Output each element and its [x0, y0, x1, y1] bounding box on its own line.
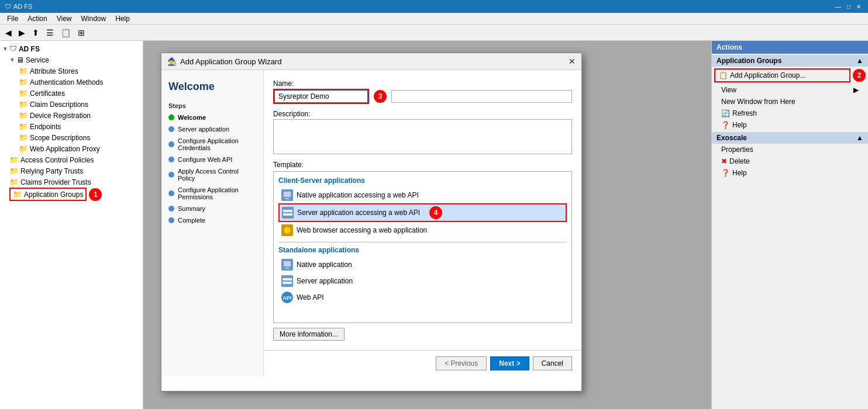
- description-textarea[interactable]: [273, 119, 572, 154]
- tree-item-access-control[interactable]: 📁 Access Control Policies: [0, 154, 143, 165]
- step-complete[interactable]: Complete: [161, 214, 263, 226]
- step-dot-webapi: [168, 157, 174, 162]
- badge-1: 1: [89, 188, 102, 201]
- step-text-creds: Configure Application Credentials: [178, 137, 256, 151]
- folder-icon: 📁: [19, 122, 28, 131]
- properties-item[interactable]: Properties: [712, 144, 868, 155]
- maximize-button[interactable]: □: [845, 4, 853, 10]
- grid-button[interactable]: ⊞: [75, 26, 88, 39]
- tree-label: Device Registration: [30, 112, 91, 120]
- previous-button[interactable]: < Previous: [436, 356, 487, 370]
- name-input[interactable]: [274, 90, 368, 103]
- properties-button[interactable]: 📋: [58, 26, 74, 39]
- add-app-group-item[interactable]: 📋 Add Application Group...: [714, 68, 850, 82]
- step-access-control[interactable]: Apply Access Control Policy: [161, 165, 263, 184]
- step-welcome[interactable]: Welcome: [161, 112, 263, 123]
- delete-label: Delete: [729, 157, 750, 165]
- badge-3: 3: [374, 90, 387, 103]
- back-button[interactable]: ◀: [2, 26, 15, 39]
- tree-item-app-groups-wrapper: 📁 Application Groups 1: [0, 188, 143, 201]
- name-extended-input[interactable]: [391, 90, 572, 103]
- show-hide-button[interactable]: ☰: [43, 26, 57, 39]
- menu-file[interactable]: File: [2, 13, 23, 24]
- help-item-1[interactable]: ❓ Help: [712, 119, 868, 131]
- folder-icon: 📁: [19, 78, 28, 86]
- help-item-2[interactable]: ❓ Help: [712, 167, 868, 179]
- name-input-box: [273, 89, 369, 104]
- actions-header: Actions: [712, 41, 868, 54]
- step-dot-summary: [168, 206, 174, 212]
- svg-point-7: [284, 227, 291, 234]
- up-button[interactable]: ⬆: [29, 26, 42, 39]
- tree-label: Relying Party Trusts: [20, 167, 83, 175]
- tree-label: Certificates: [30, 89, 65, 98]
- adfs-icon: 🛡: [9, 44, 17, 53]
- minimize-button[interactable]: —: [833, 4, 843, 10]
- step-dot-server: [168, 126, 174, 132]
- browser-icon: [281, 224, 293, 236]
- step-dot-welcome: [168, 115, 174, 120]
- tree-item-certificates[interactable]: 📁 Certificates: [0, 88, 143, 99]
- dialog-sidebar: Welcome Steps Welcome Server application: [161, 70, 264, 376]
- template-standalone-native-label: Native application: [297, 261, 352, 269]
- close-button[interactable]: ✕: [854, 4, 863, 10]
- step-app-permissions[interactable]: Configure Application Permissions: [161, 184, 263, 203]
- refresh-label: Refresh: [732, 109, 757, 117]
- dialog-close-button[interactable]: ✕: [569, 57, 576, 66]
- tree-item-app-groups[interactable]: 📁 Application Groups: [9, 188, 87, 201]
- forward-button[interactable]: ▶: [16, 26, 28, 39]
- tree-item-scope-descriptions[interactable]: 📁 Scope Descriptions: [0, 132, 143, 143]
- app-groups-section-label: Application Groups: [717, 57, 781, 65]
- template-server-app[interactable]: Server application accessing a web API 4: [278, 203, 567, 222]
- tree-label: Claims Provider Trusts: [20, 178, 91, 186]
- delete-item[interactable]: ✖ Delete: [712, 155, 868, 167]
- step-web-api[interactable]: Configure Web API: [161, 154, 263, 165]
- svg-rect-2: [285, 198, 289, 199]
- tree-root[interactable]: ▼ 🛡 AD FS: [0, 43, 143, 54]
- template-web-api[interactable]: API Web API: [278, 289, 567, 306]
- tree-item-relying-party[interactable]: 📁 Relying Party Trusts: [0, 165, 143, 176]
- tree-item-web-app-proxy[interactable]: 📁 Web Application Proxy: [0, 143, 143, 154]
- cancel-button[interactable]: Cancel: [533, 356, 572, 370]
- menu-help[interactable]: Help: [111, 13, 135, 24]
- dialog-title-text: Add Application Group Wizard: [180, 57, 281, 66]
- web-api-icon: API: [281, 292, 293, 303]
- new-window-label: New Window from Here: [721, 98, 795, 106]
- menu-action[interactable]: Action: [23, 13, 51, 24]
- step-summary[interactable]: Summary: [161, 203, 263, 214]
- step-server-app[interactable]: Server application: [161, 123, 263, 135]
- template-standalone-server-label: Server application: [297, 277, 353, 285]
- template-label: Template:: [273, 161, 572, 169]
- tree-item-endpoints[interactable]: 📁 Endpoints: [0, 121, 143, 132]
- step-configure-creds[interactable]: Configure Application Credentials: [161, 135, 263, 154]
- tree-item-attribute-stores[interactable]: 📁 Attribute Stores: [0, 65, 143, 77]
- view-item[interactable]: View ▶: [712, 84, 868, 96]
- template-native-app[interactable]: Native application accessing a web API: [278, 187, 567, 203]
- folder-icon: 📁: [13, 190, 22, 199]
- help-label-1: Help: [732, 121, 747, 129]
- template-browser-label: Web browser accessing a web application: [297, 226, 427, 234]
- server-app-icon: [282, 207, 294, 219]
- refresh-item[interactable]: 🔄 Refresh: [712, 108, 868, 119]
- tree-item-device-registration[interactable]: 📁 Device Registration: [0, 110, 143, 121]
- menu-window[interactable]: Window: [77, 13, 111, 24]
- menu-bar: File Action View Window Help: [0, 13, 868, 25]
- tree-service[interactable]: ▼ 🖥 Service: [0, 54, 143, 65]
- tree-item-claims-provider[interactable]: 📁 Claims Provider Trusts: [0, 176, 143, 188]
- template-standalone-native[interactable]: Native application: [278, 257, 567, 273]
- folder-icon: 📁: [19, 67, 28, 75]
- delete-icon: ✖: [721, 157, 727, 165]
- menu-view[interactable]: View: [52, 13, 77, 24]
- next-button[interactable]: Next >: [490, 356, 529, 370]
- step-dot-creds: [168, 141, 174, 147]
- tree-item-claim-descriptions[interactable]: 📁 Claim Descriptions: [0, 99, 143, 110]
- folder-icon: 📁: [19, 144, 28, 153]
- more-info-button[interactable]: More information...: [273, 328, 345, 341]
- template-standalone-server[interactable]: Server application: [278, 273, 567, 289]
- new-window-item[interactable]: New Window from Here: [712, 96, 868, 108]
- template-web-browser[interactable]: Web browser accessing a web application: [278, 222, 567, 238]
- center-content: 🧙 Add Application Group Wizard ✕ Welcome…: [143, 41, 711, 409]
- tree-label: Claim Descriptions: [30, 100, 88, 109]
- actions-title: Actions: [717, 43, 742, 51]
- tree-item-auth-methods[interactable]: 📁 Authentication Methods: [0, 77, 143, 88]
